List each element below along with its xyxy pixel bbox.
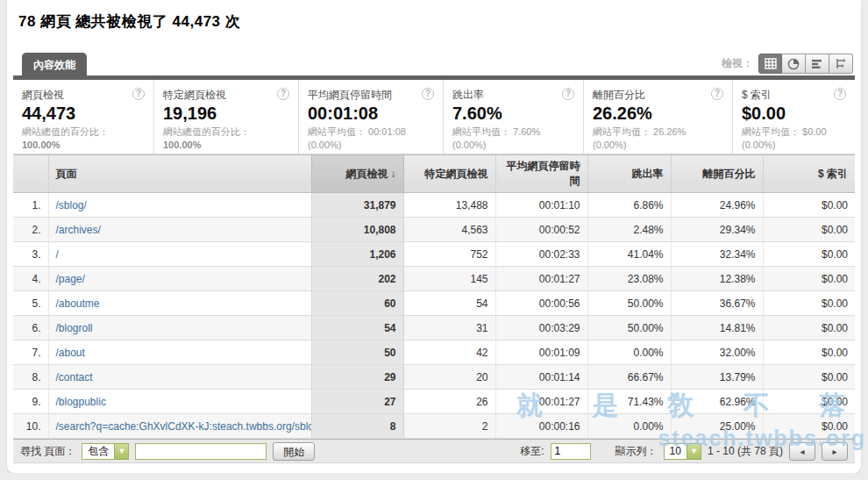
unique-pageviews-cell: 26 <box>403 390 495 414</box>
match-type-value: 包含 <box>82 444 114 459</box>
pageviews-cell: 1,206 <box>311 242 403 267</box>
pivot-view-icon[interactable] <box>829 54 853 74</box>
metric-label: 離開百分比 <box>593 88 645 103</box>
dollar-index-cell: $0.00 <box>763 365 855 390</box>
rows-label: 顯示列： <box>615 444 658 459</box>
column-header-pageviews[interactable]: 網頁檢視↓ <box>311 155 403 193</box>
page-cell: /blogroll <box>48 316 311 340</box>
help-icon[interactable]: ? <box>132 88 145 100</box>
view-toggle-group <box>758 54 853 74</box>
help-icon[interactable]: ? <box>277 88 289 100</box>
help-icon[interactable]: ? <box>711 88 723 100</box>
page-cell: /blogpublic <box>48 390 311 414</box>
match-type-select[interactable]: 包含 ▼ <box>82 443 129 460</box>
bounce-rate-cell: 23.08% <box>587 267 671 291</box>
bounce-rate-cell: 2.48% <box>587 218 671 242</box>
pageviews-cell: 202 <box>311 267 403 291</box>
pie-view-icon[interactable] <box>782 54 806 74</box>
pageviews-cell: 54 <box>311 316 403 340</box>
page-link[interactable]: /blogpublic <box>56 396 106 408</box>
table-view-icon[interactable] <box>758 54 782 74</box>
page-link[interactable]: /about <box>56 347 85 359</box>
row-number: 1. <box>13 193 48 218</box>
row-number: 10. <box>13 414 48 439</box>
metric-subtext: 網站總值的百分比： <box>163 126 250 137</box>
pageviews-cell: 29 <box>311 365 403 390</box>
previous-page-button[interactable]: ◂ <box>789 442 815 461</box>
row-number: 8. <box>13 365 48 390</box>
table-row: 4./page/20214500:01:2723.08%12.38%$0.00 <box>13 267 855 291</box>
page-link[interactable]: /sblog/ <box>56 199 87 211</box>
page-link[interactable]: /search?q=cache:GhXvlCdXK-kJ:steach.twbb… <box>56 420 312 433</box>
table-row: 10./search?q=cache:GhXvlCdXK-kJ:steach.t… <box>13 414 855 439</box>
dollar-index-cell: $0.00 <box>763 340 855 365</box>
column-header-avg-time[interactable]: 平均網頁停留時間 <box>495 155 587 193</box>
dollar-index-cell: $0.00 <box>763 242 855 267</box>
column-header-bounce-rate[interactable]: 跳出率 <box>587 155 671 193</box>
metric-value: 00:01:08 <box>308 104 434 124</box>
metric-value: 44,473 <box>22 104 145 124</box>
pageviews-cell: 27 <box>311 390 403 414</box>
column-header-page[interactable]: 頁面 <box>48 155 311 193</box>
page-link[interactable]: /contact <box>56 371 93 383</box>
bar-view-icon[interactable] <box>806 54 829 74</box>
unique-pageviews-cell: 20 <box>403 365 495 390</box>
start-button[interactable]: 開始 <box>273 442 315 461</box>
bounce-rate-cell: 71.43% <box>587 390 671 414</box>
page-cell: /search?q=cache:GhXvlCdXK-kJ:steach.twbb… <box>48 414 311 439</box>
pageviews-cell: 31,879 <box>311 193 403 218</box>
view-label: 檢視： <box>722 56 753 71</box>
help-icon[interactable]: ? <box>422 88 434 100</box>
metric-label: $ 索引 <box>742 88 772 103</box>
rows-per-page-value: 10 <box>665 445 687 457</box>
avg-time-cell: 00:02:33 <box>495 242 587 267</box>
page-cell: /contact <box>48 365 311 390</box>
chevron-down-icon: ▼ <box>687 444 701 459</box>
exit-pct-cell: 32.34% <box>671 242 763 267</box>
tab-strip: 內容效能 檢視： <box>13 53 855 75</box>
column-header-unique-pageviews[interactable]: 特定網頁檢視 <box>403 155 495 193</box>
page-link[interactable]: / <box>56 248 59 261</box>
rows-per-page-select[interactable]: 10 ▼ <box>664 443 701 460</box>
unique-pageviews-cell: 4,563 <box>403 218 495 242</box>
metric-subtext: 網站平均值： 26.26% <box>593 126 686 137</box>
exit-pct-cell: 24.96% <box>671 193 763 218</box>
find-input[interactable] <box>135 443 267 460</box>
page-link[interactable]: /blogroll <box>56 322 93 334</box>
help-icon[interactable]: ? <box>562 88 574 100</box>
table-header-row: 頁面 網頁檢視↓ 特定網頁檢視 平均網頁停留時間 跳出率 離開百分比 $ 索引 <box>13 155 855 193</box>
report-panel: 78 網頁 總共被檢視了 44,473 次 內容效能 檢視： <box>7 0 861 473</box>
goto-page-input[interactable] <box>551 443 591 460</box>
unique-pageviews-cell: 145 <box>403 267 495 291</box>
next-page-button[interactable]: ▸ <box>822 442 848 461</box>
column-header-exit-pct[interactable]: 離開百分比 <box>671 155 763 193</box>
page-link[interactable]: /archives/ <box>56 224 101 236</box>
exit-pct-cell: 14.81% <box>671 316 763 340</box>
metric-label: 平均網頁停留時間 <box>308 88 392 103</box>
exit-pct-cell: 13.79% <box>671 365 763 390</box>
dollar-index-cell: $0.00 <box>763 193 855 218</box>
exit-pct-cell: 36.67% <box>671 291 763 316</box>
tab-content-performance[interactable]: 內容效能 <box>22 53 87 77</box>
bounce-rate-cell: 41.04% <box>587 242 671 267</box>
row-number: 9. <box>13 390 48 414</box>
dollar-index-cell: $0.00 <box>763 316 855 340</box>
metric-subvalue: 100.00% <box>163 140 201 150</box>
avg-time-cell: 00:00:16 <box>495 414 587 439</box>
exit-pct-cell: 62.96% <box>671 390 763 414</box>
help-icon[interactable]: ? <box>834 88 846 100</box>
dollar-index-cell: $0.00 <box>763 291 855 316</box>
bounce-rate-cell: 0.00% <box>587 414 671 439</box>
row-number: 3. <box>13 242 48 267</box>
metric-value: 19,196 <box>163 104 289 124</box>
avg-time-cell: 00:03:29 <box>495 316 587 340</box>
column-header-dollar-index[interactable]: $ 索引 <box>763 155 855 193</box>
metric-label: 特定網頁檢視 <box>163 88 226 103</box>
dollar-index-cell: $0.00 <box>763 390 855 414</box>
page-cell: /page/ <box>48 267 311 291</box>
table-row: 1./sblog/31,87913,48800:01:106.86%24.96%… <box>13 193 855 218</box>
next-icon: ▸ <box>832 447 836 456</box>
page-link[interactable]: /page/ <box>56 273 85 285</box>
view-controls: 檢視： <box>722 54 853 74</box>
page-link[interactable]: /aboutme <box>56 297 100 310</box>
